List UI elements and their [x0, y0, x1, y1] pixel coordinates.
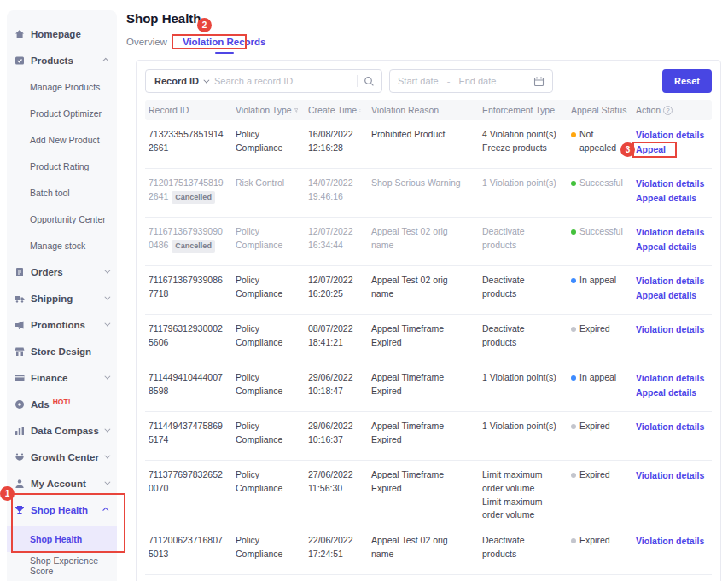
- appeal-status: Expired: [579, 420, 610, 433]
- table-row: 7117963129300025606 Policy Compliance 08…: [145, 315, 712, 363]
- table-row: 7113776978326520070 Policy Compliance 27…: [145, 461, 712, 526]
- appeal-link[interactable]: Appeal: [636, 142, 705, 157]
- sidebar-item-growth-center[interactable]: Growth Center: [7, 444, 117, 470]
- violation-details-link[interactable]: Violation details: [636, 225, 705, 240]
- create-time: 08/07/2022 18:41:21: [305, 322, 368, 359]
- tab-label: Violation Records: [183, 37, 266, 47]
- hot-badge: HOT!: [53, 398, 71, 406]
- appeal-status: In appeal: [579, 371, 616, 385]
- violation-details-link[interactable]: Violation details: [636, 371, 705, 386]
- trophy-icon: [15, 504, 26, 515]
- appeal-details-link[interactable]: Appeal details: [636, 386, 705, 400]
- violation-type: Policy Compliance: [232, 468, 305, 522]
- divider: [357, 75, 358, 87]
- status-dot: [571, 375, 576, 381]
- sidebar-item-data-compass[interactable]: Data Compass: [7, 417, 117, 444]
- sidebar-item-finance[interactable]: Finance: [7, 364, 117, 391]
- tab-overview[interactable]: Overview: [126, 37, 167, 54]
- sidebar-item-shipping[interactable]: Shipping: [7, 285, 117, 311]
- violation-details-link[interactable]: Violation details: [636, 274, 705, 288]
- sidebar-item-orders[interactable]: Orders: [7, 259, 117, 285]
- sidebar-item-label: Orders: [31, 267, 63, 277]
- sidebar-item-opportunity-center[interactable]: Opportunity Center: [7, 206, 117, 232]
- violation-reason: Appeal Timeframe Expired: [368, 371, 479, 408]
- sidebar-item-product-optimizer[interactable]: Product Optimizer: [7, 100, 117, 126]
- enforcement-type: Limit maximum order volume Limit maximum…: [479, 468, 568, 522]
- help-icon[interactable]: ?: [663, 106, 673, 115]
- violation-type: Policy Compliance: [232, 128, 305, 165]
- sidebar-item-shop-experience-score[interactable]: Shop Experience Score: [7, 552, 117, 578]
- chevron-up-icon: [102, 58, 108, 64]
- chevron-down-icon: [104, 453, 110, 459]
- end-date-field[interactable]: End date: [458, 76, 496, 86]
- sidebar-item-shop-health-sub[interactable]: Shop Health: [7, 526, 117, 552]
- sidebar-item-product-rating[interactable]: Product Rating: [7, 153, 117, 179]
- violations-table: Record ID Violation Type Create Time Vio…: [145, 100, 712, 575]
- col-violation-type[interactable]: Violation Type: [232, 105, 305, 115]
- chevron-down-icon: [104, 268, 110, 274]
- sidebar-item-label: Promotions: [31, 320, 85, 330]
- table-row: 7114494374758695174 Policy Compliance 29…: [145, 412, 712, 461]
- violation-details-link[interactable]: Violation details: [636, 128, 705, 142]
- bar-chart-icon: [15, 425, 26, 436]
- seller-center-page: Homepage Products Manage Products Produc…: [0, 0, 728, 581]
- appeal-details-link[interactable]: Appeal details: [636, 191, 705, 206]
- calendar-icon[interactable]: [533, 76, 545, 87]
- sidebar-item-manage-stock[interactable]: Manage stock: [7, 232, 117, 259]
- search-field-selector[interactable]: Record ID: [154, 76, 199, 86]
- home-icon: [15, 28, 26, 39]
- sort-icon: [359, 106, 361, 115]
- violation-type: Policy Compliance: [232, 225, 305, 262]
- sidebar-item-label: Shipping: [31, 293, 73, 304]
- appeal-details-link[interactable]: Appeal details: [636, 240, 705, 254]
- create-time: 12/07/2022 16:34:44: [305, 225, 368, 262]
- sidebar-item-label: Data Compass: [31, 426, 99, 436]
- col-label: Action: [636, 105, 661, 115]
- violation-details-link[interactable]: Violation details: [636, 468, 705, 483]
- chevron-down-icon: [104, 479, 110, 485]
- violation-details-link[interactable]: Violation details: [636, 420, 705, 434]
- sidebar-item-batch-tool[interactable]: Batch tool: [7, 179, 117, 206]
- ads-target-icon: [15, 398, 26, 410]
- appeal-details-link[interactable]: Appeal details: [636, 288, 705, 303]
- sidebar-item-add-new-product[interactable]: Add New Product: [7, 126, 117, 153]
- appeal-status: Expired: [579, 322, 610, 336]
- col-label: Create Time: [308, 105, 357, 115]
- sidebar-item-my-account[interactable]: My Account: [7, 470, 117, 497]
- start-date-field[interactable]: Start date: [398, 76, 439, 86]
- sidebar-item-shop-health[interactable]: Shop Health: [7, 497, 117, 523]
- chevron-down-icon: [104, 294, 110, 300]
- appeal-status: Successful: [579, 177, 623, 190]
- status-dot: [571, 181, 576, 186]
- violation-reason: Appeal Test 02 orig name: [368, 274, 479, 311]
- search-icon[interactable]: [364, 76, 375, 87]
- cancelled-badge: Cancelled: [172, 191, 215, 205]
- appeal-status: Expired: [579, 468, 610, 482]
- sidebar-item-label: Products: [31, 55, 73, 66]
- date-range-picker[interactable]: Start date - End date: [389, 69, 553, 93]
- create-time: 29/06/2022 10:16:37: [305, 420, 368, 456]
- violation-type: Policy Compliance: [232, 322, 305, 359]
- chevron-down-icon: [104, 374, 110, 380]
- sidebar-item-products[interactable]: Products: [7, 47, 117, 73]
- storefront-icon: [15, 346, 26, 357]
- col-create-time[interactable]: Create Time: [305, 105, 368, 115]
- tab-violation-records[interactable]: Violation Records: [183, 37, 266, 54]
- violation-details-link[interactable]: Violation details: [636, 177, 705, 191]
- search-input[interactable]: [214, 76, 357, 86]
- enforcement-type: 1 Violation point(s): [479, 177, 568, 213]
- sidebar-item-ads[interactable]: Ads HOT!: [7, 391, 117, 417]
- chevron-down-icon: [104, 427, 110, 433]
- sidebar-item-promotions[interactable]: Promotions: [7, 311, 117, 338]
- sidebar-item-manage-products[interactable]: Manage Products: [7, 73, 117, 100]
- sidebar-item-store-design[interactable]: Store Design: [7, 338, 117, 364]
- violation-details-link[interactable]: Violation details: [636, 322, 705, 337]
- reset-button[interactable]: Reset: [662, 69, 712, 93]
- chevron-down-icon: [203, 77, 209, 83]
- person-icon: [15, 478, 26, 489]
- chevron-up-icon: [102, 508, 108, 514]
- growth-icon: [15, 451, 26, 462]
- record-id-search[interactable]: Record ID: [145, 69, 382, 93]
- violation-details-link[interactable]: Violation details: [636, 534, 705, 549]
- sidebar-item-homepage[interactable]: Homepage: [7, 20, 117, 47]
